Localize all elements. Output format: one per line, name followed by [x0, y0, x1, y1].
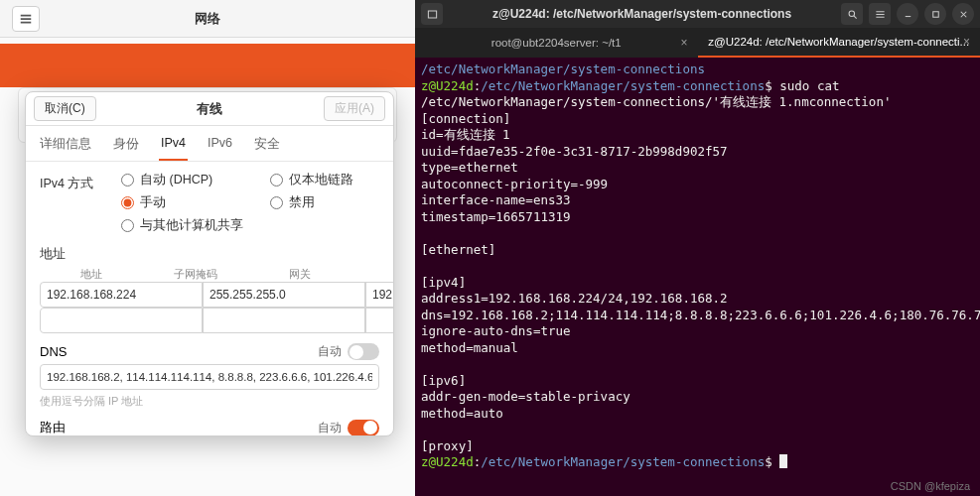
maximize-icon	[930, 9, 941, 20]
auto-label: 自动	[318, 420, 342, 436]
tab-ipv4[interactable]: IPv4	[159, 132, 188, 161]
ipv4-method-group: 自动 (DHCP) 仅本地链路 手动 禁用 与其他计算机共享	[121, 172, 379, 234]
dialog-body: IPv4 方式 自动 (DHCP) 仅本地链路 手动 禁用 与其他计算机共享 地…	[26, 162, 393, 435]
terminal-window: z@U224d: /etc/NetworkManager/system-conn…	[415, 0, 980, 496]
apply-button[interactable]: 应用(A)	[324, 96, 385, 121]
auto-label: 自动	[318, 343, 342, 360]
method-link-local[interactable]: 仅本地链路	[270, 172, 379, 188]
config-line: method=auto	[421, 406, 974, 423]
close-button[interactable]	[952, 3, 974, 25]
config-line: interface-name=ens33	[421, 192, 974, 209]
config-line: [ipv4]	[421, 275, 974, 292]
prompt-path: /etc/NetworkManager/system-connections	[481, 78, 765, 93]
config-line: timestamp=1665711319	[421, 209, 974, 226]
routes-auto-switch[interactable]: 自动	[318, 420, 379, 436]
col-gateway: 网关	[247, 267, 351, 282]
config-line	[421, 258, 974, 275]
method-disable-label: 禁用	[289, 194, 315, 211]
config-line: autoconnect-priority=-999	[421, 177, 974, 193]
tab-ipv6[interactable]: IPv6	[206, 132, 234, 161]
routes-header: 路由 自动	[40, 419, 379, 435]
mask-input-empty[interactable]	[203, 308, 365, 333]
dialog-title: 有线	[197, 100, 222, 118]
minimize-button[interactable]	[897, 3, 918, 25]
tab-identity[interactable]: 身份	[111, 132, 141, 161]
dns-label: DNS	[40, 344, 67, 359]
terminal-title: z@U224d: /etc/NetworkManager/system-conn…	[443, 7, 841, 21]
new-tab-button[interactable]	[421, 3, 443, 25]
config-line: dns=192.168.168.2;114.114.114.114;8.8.8.…	[421, 308, 974, 324]
config-line: ignore-auto-dns=true	[421, 323, 974, 340]
terminal-tab-1[interactable]: root@ubt2204server: ~/t1 ×	[415, 28, 698, 58]
terminal-tabs: root@ubt2204server: ~/t1 × z@U224d: /etc…	[415, 28, 980, 58]
watermark: CSDN @kfepiza	[891, 478, 970, 495]
col-address: 地址	[40, 267, 144, 282]
method-manual-label: 手动	[140, 194, 166, 211]
gateway-input[interactable]	[365, 282, 393, 308]
terminal-tab-2[interactable]: z@U224d: /etc/NetworkManager/system-conn…	[698, 28, 981, 58]
config-line: id=有线连接 1	[421, 127, 974, 144]
term-path: /etc/NetworkManager/system-connections	[421, 62, 705, 76]
routes-auto-toggle[interactable]	[348, 420, 379, 436]
terminal-titlebar: z@U224d: /etc/NetworkManager/system-conn…	[415, 0, 980, 28]
menu-button[interactable]	[869, 3, 891, 25]
config-line: method=manual	[421, 340, 974, 357]
config-line: type=ethernet	[421, 160, 974, 177]
settings-title: 网络	[0, 0, 415, 38]
svg-rect-1	[932, 11, 938, 17]
method-shared-label: 与其他计算机共享	[140, 217, 243, 234]
svg-point-0	[849, 11, 855, 17]
config-line	[421, 356, 974, 373]
config-line: [ethernet]	[421, 242, 974, 259]
dns-auto-switch[interactable]: 自动	[318, 343, 379, 360]
hamburger-icon	[875, 9, 886, 20]
dialog-tabs: 详细信息 身份 IPv4 IPv6 安全	[26, 126, 393, 162]
cancel-button[interactable]: 取消(C)	[34, 96, 96, 121]
method-auto-label: 自动 (DHCP)	[140, 172, 212, 188]
method-link-local-label: 仅本地链路	[289, 172, 353, 188]
prompt-user: z@U224d	[421, 454, 474, 469]
close-icon[interactable]: ×	[680, 36, 687, 50]
tab-security[interactable]: 安全	[252, 132, 282, 161]
config-line: addr-gen-mode=stable-privacy	[421, 389, 974, 406]
search-button[interactable]	[841, 3, 863, 25]
settings-header: 网络	[0, 0, 415, 38]
address-input[interactable]	[40, 282, 203, 308]
mask-input[interactable]	[203, 282, 365, 308]
dns-header: DNS 自动	[40, 343, 379, 360]
address-row	[40, 282, 379, 308]
terminal-body[interactable]: /etc/NetworkManager/system-connections z…	[415, 58, 980, 496]
config-line: address1=192.168.168.224/24,192.168.168.…	[421, 291, 974, 308]
address-row-empty	[40, 308, 379, 333]
prompt-path: /etc/NetworkManager/system-connections	[481, 454, 765, 469]
dns-auto-toggle[interactable]	[348, 343, 379, 360]
close-icon	[958, 9, 969, 20]
config-output: [connection]id=有线连接 1uuid=fdae7e35-2f0e-…	[421, 111, 974, 455]
dns-input[interactable]	[40, 364, 379, 390]
address-input-empty[interactable]	[40, 308, 203, 333]
config-line: uuid=fdae7e35-2f0e-3c31-8717-2b998d902f5…	[421, 144, 974, 161]
minimize-icon	[903, 9, 913, 20]
gateway-input-empty[interactable]	[365, 308, 393, 333]
routes-label: 路由	[40, 419, 66, 435]
col-mask: 子网掩码	[144, 267, 248, 282]
config-line: [proxy]	[421, 438, 974, 455]
address-header: 地址 子网掩码 网关	[40, 267, 379, 282]
selected-category-bar	[0, 44, 415, 87]
tab-details[interactable]: 详细信息	[38, 132, 93, 161]
dialog-header: 取消(C) 有线 应用(A)	[26, 92, 393, 126]
method-auto[interactable]: 自动 (DHCP)	[121, 172, 270, 188]
tab-2-label: z@U224d: /etc/NetworkManager/system-conn…	[708, 36, 969, 48]
config-line: [connection]	[421, 111, 974, 128]
connection-dialog: 取消(C) 有线 应用(A) 详细信息 身份 IPv4 IPv6 安全 IPv4…	[25, 91, 394, 436]
method-shared[interactable]: 与其他计算机共享	[121, 217, 379, 234]
dns-hint: 使用逗号分隔 IP 地址	[40, 394, 379, 409]
maximize-button[interactable]	[924, 3, 946, 25]
address-section-title: 地址	[40, 246, 379, 263]
cursor	[779, 454, 787, 468]
tab-1-label: root@ubt2204server: ~/t1	[491, 37, 622, 49]
method-disable[interactable]: 禁用	[270, 194, 379, 211]
search-icon	[847, 9, 858, 20]
close-icon[interactable]: ×	[963, 35, 970, 49]
method-manual[interactable]: 手动	[121, 194, 270, 211]
